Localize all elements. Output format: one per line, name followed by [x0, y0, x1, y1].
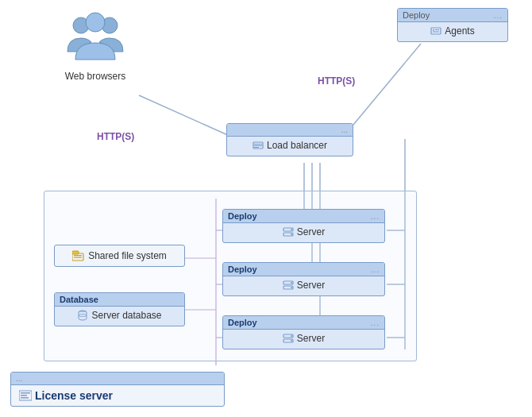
database-title: Database — [60, 295, 98, 304]
deploy-server-1-header: Deploy ... — [223, 210, 384, 223]
shared-fs-icon — [72, 250, 85, 261]
http-label-right: HTTP(S) — [318, 75, 355, 87]
diagram: Web browsers HTTP(S) HTTP(S) Deploy ... … — [0, 0, 532, 417]
license-dots: ... — [16, 374, 22, 383]
svg-rect-25 — [254, 147, 259, 148]
deploy-server-3-title: Deploy — [228, 318, 257, 327]
deploy-agents-title: Deploy — [403, 10, 430, 20]
license-server-subtitle: License server — [19, 389, 113, 402]
deploy-server-1-title: Deploy — [228, 211, 257, 221]
svg-point-17 — [86, 13, 105, 32]
svg-rect-23 — [254, 144, 262, 145]
load-balancer-box: ... Load balancer — [226, 123, 353, 156]
deploy-agents-content: Agents — [398, 22, 507, 41]
load-balancer-dots: ... — [341, 125, 348, 134]
deploy-server-1-subtitle: Server — [283, 226, 325, 237]
server-3-icon — [283, 333, 294, 344]
deploy-server-3-box: Deploy ... Server — [222, 315, 385, 349]
database-icon — [77, 310, 88, 321]
svg-rect-40 — [74, 255, 82, 256]
agents-icon — [430, 25, 441, 37]
web-browsers-node: Web browsers — [64, 8, 127, 82]
svg-rect-46 — [21, 395, 27, 396]
svg-line-0 — [139, 95, 237, 139]
load-balancer-content: Load balancer — [227, 137, 353, 156]
database-subtitle: Server database — [77, 310, 161, 321]
svg-rect-20 — [435, 29, 439, 30]
license-server-box: ... License server — [10, 372, 225, 407]
load-balancer-subtitle: Load balancer — [253, 140, 327, 151]
server-1-icon — [283, 226, 294, 237]
deploy-agents-dots: ... — [494, 11, 503, 20]
svg-rect-47 — [21, 397, 29, 399]
deploy-agents-header: Deploy ... — [398, 9, 507, 22]
svg-point-36 — [291, 335, 292, 337]
deploy-server-1-content: Server — [223, 223, 384, 242]
load-balancer-icon — [253, 140, 264, 151]
load-balancer-header: ... — [227, 124, 353, 137]
deploy-server-1-dots: ... — [371, 212, 380, 221]
http-label-left: HTTP(S) — [97, 131, 134, 142]
svg-rect-45 — [21, 392, 30, 394]
svg-line-1 — [341, 44, 421, 139]
svg-rect-41 — [74, 257, 82, 258]
deploy-server-2-title: Deploy — [228, 264, 257, 274]
database-content: Server database — [55, 307, 184, 326]
deploy-server-2-header: Deploy ... — [223, 263, 384, 276]
svg-point-28 — [291, 229, 292, 230]
deploy-server-2-box: Deploy ... Server — [222, 262, 385, 296]
deploy-server-1-box: Deploy ... Server — [222, 209, 385, 243]
web-browsers-label: Web browsers — [65, 71, 125, 82]
deploy-server-3-header: Deploy ... — [223, 316, 384, 330]
svg-rect-24 — [254, 145, 262, 146]
deploy-server-2-content: Server — [223, 276, 384, 295]
database-header: Database — [55, 293, 184, 307]
svg-rect-18 — [431, 28, 441, 34]
deploy-agents-subtitle: Agents — [430, 25, 474, 37]
database-box: Database Server database — [54, 292, 185, 326]
deploy-server-3-dots: ... — [371, 319, 380, 327]
svg-point-29 — [291, 234, 292, 235]
license-server-content: License server — [11, 385, 224, 406]
shared-fs-subtitle: Shared file system — [72, 250, 167, 261]
shared-fs-content: Shared file system — [55, 245, 184, 266]
deploy-server-3-content: Server — [223, 330, 384, 349]
license-icon — [19, 390, 32, 401]
svg-rect-21 — [433, 32, 439, 33]
deploy-server-2-dots: ... — [371, 265, 380, 274]
people-icon — [64, 8, 127, 68]
shared-file-system-box: Shared file system — [54, 245, 185, 267]
svg-point-37 — [291, 340, 292, 342]
deploy-server-2-subtitle: Server — [283, 280, 325, 291]
svg-rect-19 — [433, 29, 434, 31]
svg-point-32 — [291, 282, 292, 284]
license-server-header: ... — [11, 373, 224, 385]
deploy-server-3-subtitle: Server — [283, 333, 325, 344]
server-2-icon — [283, 280, 294, 291]
svg-point-33 — [291, 287, 292, 288]
deploy-agents-box: Deploy ... Agents — [397, 8, 508, 42]
svg-rect-39 — [72, 251, 79, 254]
